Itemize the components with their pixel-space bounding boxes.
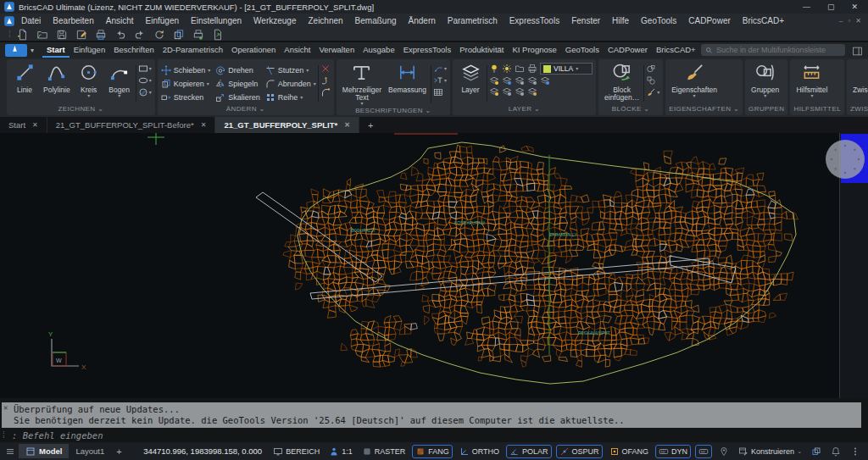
ribbon-button-drehen[interactable]: Drehen — [215, 64, 260, 77]
delete-button[interactable] — [320, 64, 331, 74]
layer-tool-icon[interactable] — [502, 75, 512, 86]
ribbon-tab-produktivit-t[interactable]: Produktivität — [455, 43, 508, 58]
mdi-restore-button[interactable]: ▫ — [848, 17, 850, 25]
ellipse-sm-button[interactable]: ▾ — [138, 75, 152, 86]
menu-item-ansicht[interactable]: Ansicht — [100, 14, 140, 28]
ribbon-group-label[interactable]: ZWISCHENABLAGE — [847, 105, 868, 115]
ribbon-tab-geotools[interactable]: GeoTools — [561, 43, 604, 58]
ribbon-tab-start[interactable]: Start — [42, 43, 70, 58]
file-new-icon[interactable] — [17, 29, 29, 41]
status-toggle-bell[interactable] — [828, 446, 843, 457]
ribbon-group-label[interactable]: EIGENSCHAFTEN ⌄ — [665, 105, 743, 115]
brush-sm-button[interactable]: ▾ — [646, 87, 659, 97]
close-tab-icon[interactable]: ✕ — [344, 121, 350, 129]
status-toggle-bereich[interactable]: BEREICH — [270, 446, 322, 457]
ribbon-search[interactable] — [701, 44, 845, 56]
status-toggle-ospur[interactable]: OSPUR — [556, 445, 603, 458]
menu-item-datei[interactable]: Datei — [15, 14, 47, 28]
ribbon-group-label[interactable]: HILFSMITTEL — [790, 105, 844, 115]
rect-sm-button[interactable]: ▾ — [138, 64, 152, 74]
blockdef-button[interactable] — [646, 75, 659, 86]
ribbon-button-spiegeln[interactable]: Spiegeln — [215, 77, 260, 91]
blockref-button[interactable] — [646, 64, 659, 74]
command-history[interactable]: ✕ Überprüfung auf neue Updates... Sie be… — [2, 402, 861, 428]
ribbon-button-skalieren[interactable]: Skalieren — [215, 91, 260, 104]
sun-icon[interactable] — [502, 64, 512, 74]
close-tab-icon[interactable]: ✕ — [32, 121, 38, 129]
publish-icon[interactable] — [212, 29, 224, 41]
ribbon-button-layer[interactable]: Layer — [456, 62, 485, 105]
status-toggle-konstruieren[interactable]: Konstruieren⌄ — [736, 446, 804, 457]
ribbon-panel-toggle-icon[interactable] — [852, 45, 863, 56]
ribbon-group-label[interactable]: ÄNDERN ⌄ — [158, 105, 334, 115]
textstyle-button[interactable]: ▾ — [433, 75, 447, 86]
hatch-sm-button[interactable]: ▾ — [138, 87, 152, 97]
menu-item-hilfe[interactable]: Hilfe — [606, 14, 635, 28]
printer-sm-icon[interactable] — [527, 64, 537, 74]
ribbon-button-bogen[interactable]: Bogen▾ — [105, 62, 134, 105]
application-button[interactable] — [5, 44, 27, 57]
ribbon-button-reihe[interactable]: Reihe▾ — [265, 91, 316, 104]
status-toggle-1:1[interactable]: 1:1 — [326, 446, 355, 457]
close-tab-icon[interactable]: ✕ — [201, 121, 207, 129]
ribbon-tab-ki-prognose[interactable]: KI Prognose — [508, 43, 560, 58]
hamburger-icon[interactable] — [5, 446, 15, 457]
ribbon-group-label[interactable]: GRUPPEN — [745, 105, 787, 115]
ribbon-button-abrunden[interactable]: Abrunden▾ — [265, 77, 316, 91]
layer-tool-icon[interactable] — [515, 86, 525, 97]
layer-tool-icon[interactable] — [540, 75, 550, 86]
menu-item-bricscad-[interactable]: BricsCAD+ — [737, 14, 790, 28]
layer-tool-icon[interactable] — [489, 75, 499, 86]
ribbon-tab-operationen[interactable]: Operationen — [227, 43, 280, 58]
ribbon-group-label[interactable]: BLÖCKE ⌄ — [598, 105, 663, 115]
lookfrom-compass[interactable] — [826, 140, 865, 179]
status-toggle-dyn[interactable] — [695, 445, 712, 458]
ribbon-group-label[interactable]: ZEICHNEN ⌄ — [7, 105, 155, 115]
refresh-icon[interactable] — [153, 29, 165, 41]
layer-tool-icon[interactable] — [515, 75, 525, 86]
layout-tab-layout1[interactable]: Layout1 — [69, 444, 111, 458]
ribbon-button-strecken[interactable]: Strecken — [161, 91, 211, 104]
mdi-minimize-button[interactable]: – — [839, 17, 843, 25]
minimize-button[interactable]: — — [803, 1, 810, 13]
ribbon-button-hilfsmittel[interactable]: Hilfsmittel▾ — [793, 62, 830, 105]
ribbon-tab-verwalten[interactable]: Verwalten — [314, 43, 359, 58]
new-document-tab-button[interactable]: + — [359, 120, 381, 130]
panel-close-icon[interactable]: ✕ — [3, 402, 8, 413]
layer-tool-icon[interactable] — [527, 75, 537, 86]
status-toggle-kebab[interactable] — [848, 446, 863, 457]
table-button[interactable] — [433, 87, 447, 97]
menu-item-expresstools[interactable]: ExpressTools — [504, 14, 565, 28]
plot-icon[interactable] — [192, 29, 204, 41]
command-input[interactable]: : Befehl eingeben — [12, 430, 103, 441]
menu-item-zeichnen[interactable]: Zeichnen — [302, 14, 348, 28]
status-toggle-overlap[interactable] — [809, 446, 824, 457]
ribbon-tab-expresstools[interactable]: ExpressTools — [399, 43, 456, 58]
ribbon-button-mehrzeiliger-text[interactable]: Mehrzeiliger Text▾ — [340, 62, 384, 107]
layer-tool-icon[interactable] — [502, 86, 512, 97]
menu-item--ndern[interactable]: Ändern — [403, 14, 442, 28]
ribbon-tab-bricscad+[interactable]: BricsCAD+ — [652, 43, 700, 58]
ribbon-tab-ausgabe[interactable]: Ausgabe — [359, 43, 399, 58]
save-as-icon[interactable] — [75, 29, 87, 41]
ribbon-button-gruppen[interactable]: Gruppen▾ — [748, 62, 782, 105]
menu-item-cadpower[interactable]: CADPower — [682, 14, 736, 28]
ribbon-tab-einf-gen[interactable]: Einfügen — [70, 43, 110, 58]
document-tab[interactable]: 21_GT_BUFFERPOLY_SPLIT*✕ — [215, 117, 359, 133]
status-toggle-fang[interactable]: FANG — [412, 445, 453, 458]
status-toggle-dyn[interactable]: DYN — [655, 445, 691, 458]
menu-item-werkzeuge[interactable]: Werkzeuge — [248, 14, 302, 28]
folder-icon[interactable] — [515, 64, 525, 74]
status-toggle-pin[interactable] — [716, 446, 732, 457]
menu-item-bema-ung[interactable]: Bemaßung — [349, 14, 403, 28]
ribbon-button-block-einf-gen-[interactable]: Block einfügen… — [602, 62, 642, 105]
file-open-icon[interactable] — [36, 29, 48, 41]
menu-item-parametrisch[interactable]: Parametrisch — [442, 14, 504, 28]
fillet2-button[interactable] — [320, 87, 331, 97]
status-toggle-raster[interactable]: RASTER — [359, 446, 409, 457]
menu-item-bearbeiten[interactable]: Bearbeiten — [47, 14, 99, 28]
undo-icon[interactable] — [114, 29, 126, 41]
layer-tool-icon[interactable] — [489, 86, 499, 97]
add-layout-button[interactable]: + — [111, 446, 126, 457]
menu-item-geotools[interactable]: GeoTools — [635, 14, 682, 28]
